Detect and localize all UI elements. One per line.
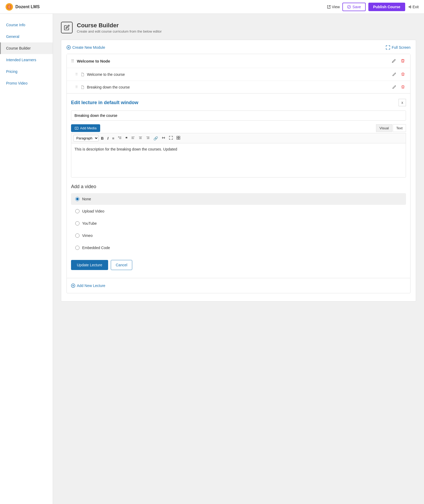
video-option-embedded-label[interactable]: Embedded Code (82, 246, 110, 250)
radio-youtube[interactable] (75, 221, 80, 226)
sidebar-item-course-builder[interactable]: Course Builder (0, 42, 53, 54)
exit-button[interactable]: Exit (408, 5, 419, 9)
add-new-lecture-button[interactable]: Add New Lecture (71, 284, 105, 288)
sidebar-item-course-info[interactable]: Course Info (0, 19, 53, 31)
editor-content-area[interactable]: This is description for the breaking dow… (71, 143, 406, 178)
view-toggle: Visual Text (376, 124, 406, 132)
bold-button[interactable]: B (100, 135, 105, 141)
editor-toolbar-row: Add Media Visual Text (71, 124, 406, 132)
module: ⠿ Welcome to Node (67, 54, 410, 293)
close-panel-button[interactable]: x (399, 99, 406, 106)
ordered-list-button[interactable] (117, 135, 123, 141)
radio-embedded-code[interactable] (75, 246, 80, 250)
module-title: Welcome to Node (77, 59, 110, 63)
exit-icon (408, 5, 412, 9)
hr-button[interactable] (160, 135, 167, 141)
page-header: Course Builder Create and edit course cu… (61, 22, 416, 33)
video-option-embedded-code: Embedded Code (71, 242, 406, 254)
lecture-item: ⠿ Breaking down the course (67, 81, 410, 93)
module-header: ⠿ Welcome to Node (67, 54, 410, 68)
sidebar-item-promo-video[interactable]: Promo Video (0, 77, 53, 89)
cancel-button[interactable]: Cancel (111, 260, 132, 270)
sidebar: Course Info General Course Builder Inten… (0, 14, 53, 504)
top-header: Dozent LMS View Save Publish Course Exit (0, 0, 424, 14)
create-module-button[interactable]: Create New Module (67, 45, 105, 50)
lecture-edit-button[interactable] (391, 84, 397, 90)
italic-button[interactable]: I (106, 135, 110, 141)
publish-button[interactable]: Publish Course (368, 3, 405, 11)
edit-lecture-panel: Edit lecture in default window x (67, 93, 410, 278)
video-option-none-label[interactable]: None (82, 197, 91, 201)
edit-panel-header: Edit lecture in default window x (71, 99, 406, 106)
svg-rect-8 (179, 138, 180, 139)
lecture-delete-button[interactable] (400, 84, 406, 90)
main-layout: Course Info General Course Builder Inten… (0, 14, 424, 504)
lecture-drag-handle[interactable]: ⠿ (75, 85, 78, 89)
edit-panel-title: Edit lecture in default window (71, 100, 138, 105)
fullscreen-icon (386, 45, 390, 50)
radio-none[interactable] (75, 197, 80, 201)
fullscreen-editor-button[interactable] (168, 135, 174, 141)
main-content: Course Builder Create and edit course cu… (53, 14, 424, 504)
course-builder-icon (61, 22, 73, 33)
lecture-edit-button[interactable] (391, 71, 397, 77)
add-media-button[interactable]: Add Media (71, 124, 100, 132)
pencil-icon (392, 85, 396, 89)
dozent-logo-icon (5, 3, 13, 11)
video-option-vimeo-label[interactable]: Vimeo (82, 233, 92, 238)
align-right-button[interactable] (145, 135, 151, 141)
fullscreen-button[interactable]: Full Screen (386, 45, 410, 50)
logo-text: Dozent LMS (15, 5, 40, 9)
align-center-button[interactable] (137, 135, 144, 141)
paragraph-select[interactable]: Paragraph (73, 135, 99, 142)
view-button[interactable]: View (327, 5, 340, 9)
trash-icon (401, 85, 405, 89)
plus-circle-icon (67, 45, 71, 50)
video-option-youtube-label[interactable]: YouTube (82, 221, 97, 226)
sidebar-item-pricing[interactable]: Pricing (0, 66, 53, 77)
page-header-text: Course Builder Create and edit course cu… (77, 22, 162, 33)
link-button[interactable]: 🔗 (152, 135, 159, 141)
update-lecture-button[interactable]: Update Lecture (71, 260, 108, 270)
external-link-icon (327, 5, 331, 9)
svg-rect-6 (179, 136, 180, 138)
radio-vimeo[interactable] (75, 233, 80, 238)
radio-upload-video[interactable] (75, 209, 80, 213)
blockquote-button[interactable]: ❝ (124, 135, 129, 141)
header-actions: View Save Publish Course Exit (327, 3, 419, 11)
document-icon (81, 85, 84, 89)
sidebar-item-general[interactable]: General (0, 31, 53, 42)
video-option-upload-label[interactable]: Upload Video (82, 209, 104, 213)
builder-top-actions: Create New Module Full Screen (67, 45, 410, 50)
module-edit-button[interactable] (391, 58, 397, 64)
trash-icon (401, 72, 405, 76)
grid-button[interactable] (175, 135, 182, 141)
module-delete-button[interactable] (400, 58, 406, 64)
module-drag-handle[interactable]: ⠿ (71, 59, 74, 64)
logo: Dozent LMS (5, 3, 40, 11)
lecture-delete-button[interactable] (400, 71, 406, 77)
builder-container: Create New Module Full Screen ⠿ Welcome … (61, 40, 416, 302)
video-option-vimeo: Vimeo (71, 230, 406, 241)
lecture-title: Welcome to the course (87, 72, 125, 77)
hr-icon (162, 136, 165, 140)
align-left-icon (131, 136, 135, 140)
lecture-drag-handle[interactable]: ⠿ (75, 72, 78, 76)
unordered-list-button[interactable]: ≡ (111, 135, 116, 141)
svg-rect-5 (177, 136, 178, 138)
sidebar-item-intended-learners[interactable]: Intended Learners (0, 54, 53, 66)
media-icon (75, 126, 78, 130)
align-left-button[interactable] (130, 135, 136, 141)
page-subtitle: Create and edit course curriculum from t… (77, 29, 162, 33)
pencil-icon (392, 72, 396, 76)
pencil-icon (392, 59, 396, 63)
video-option-upload: Upload Video (71, 205, 406, 217)
view-visual-button[interactable]: Visual (376, 124, 392, 132)
lecture-name-input[interactable] (71, 110, 406, 121)
save-button[interactable]: Save (342, 3, 366, 11)
view-text-button[interactable]: Text (393, 124, 406, 132)
video-section-title: Add a video (71, 184, 406, 189)
lecture-title: Breaking down the course (87, 85, 130, 89)
action-row: Update Lecture Cancel (71, 260, 406, 273)
svg-rect-7 (177, 138, 178, 139)
